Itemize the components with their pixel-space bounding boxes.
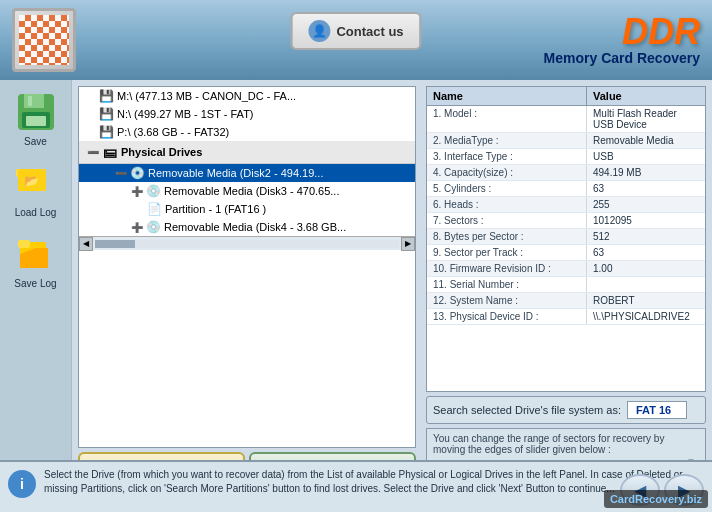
- load-log-icon: 📂: [14, 161, 58, 205]
- main-content: Save 📂 Load Log: [0, 80, 712, 512]
- tree-item-disk4[interactable]: ➕ 💿 Removable Media (Disk4 - 3.68 GB...: [79, 218, 415, 236]
- table-row: 2. MediaType :Removable Media: [427, 133, 705, 149]
- scroll-right-button[interactable]: ▶: [401, 237, 415, 251]
- prop-name: 5. Cylinders :: [427, 181, 587, 196]
- svg-rect-10: [18, 240, 30, 248]
- tree-item-m[interactable]: 💾 M:\ (477.13 MB - CANON_DC - FA...: [79, 87, 415, 105]
- save-log-icon: [14, 232, 58, 276]
- prop-name: 12. System Name :: [427, 293, 587, 308]
- table-row: 7. Sectors :1012095: [427, 213, 705, 229]
- svg-rect-2: [28, 96, 32, 106]
- physical-drives-label: Physical Drives: [121, 146, 202, 158]
- svg-text:📂: 📂: [24, 173, 39, 188]
- brand-name: DDR: [544, 14, 700, 50]
- table-row: 5. Cylinders :63: [427, 181, 705, 197]
- table-row: 10. Firmware Revision ID :1.00: [427, 261, 705, 277]
- prop-value: [587, 277, 705, 292]
- table-row: 4. Capacity(size) :494.19 MB: [427, 165, 705, 181]
- load-log-button[interactable]: 📂 Load Log: [6, 157, 66, 222]
- table-row: 11. Serial Number :: [427, 277, 705, 293]
- save-button[interactable]: Save: [6, 86, 66, 151]
- filesystem-row: Search selected Drive's file system as: …: [426, 396, 706, 424]
- prop-name: 2. MediaType :: [427, 133, 587, 148]
- prop-value: 255: [587, 197, 705, 212]
- prop-value: 494.19 MB: [587, 165, 705, 180]
- prop-name: 4. Capacity(size) :: [427, 165, 587, 180]
- properties-header: Name Value: [427, 87, 705, 106]
- prop-value: 63: [587, 245, 705, 260]
- header: 👤 Contact us DDR Memory Card Recovery: [0, 0, 712, 80]
- contact-icon: 👤: [308, 20, 330, 42]
- scroll-left-button[interactable]: ◀: [79, 237, 93, 251]
- header-value-col: Value: [587, 87, 705, 105]
- info-icon: i: [8, 470, 36, 498]
- filesystem-value: FAT 16: [627, 401, 687, 419]
- tree-item-n[interactable]: 💾 N:\ (499.27 MB - 1ST - FAT): [79, 105, 415, 123]
- prop-value: \\.\PHYSICALDRIVE2: [587, 309, 705, 324]
- contact-button[interactable]: 👤 Contact us: [290, 12, 421, 50]
- brand-subtitle: Memory Card Recovery: [544, 50, 700, 66]
- prop-name: 11. Serial Number :: [427, 277, 587, 292]
- svg-rect-1: [24, 94, 44, 108]
- prop-name: 7. Sectors :: [427, 213, 587, 228]
- scroll-track[interactable]: [95, 240, 399, 248]
- tree-horizontal-scrollbar[interactable]: ◀ ▶: [79, 236, 415, 250]
- load-log-label: Load Log: [15, 207, 57, 218]
- filesystem-label: Search selected Drive's file system as:: [433, 404, 621, 416]
- prop-value: USB: [587, 149, 705, 164]
- properties-table: Name Value 1. Model :Multi Flash Reader …: [426, 86, 706, 392]
- table-row: 6. Heads :255: [427, 197, 705, 213]
- hdd-icon: 🖴: [103, 144, 117, 160]
- save-log-label: Save Log: [14, 278, 56, 289]
- save-log-button[interactable]: Save Log: [6, 228, 66, 293]
- drives-tree[interactable]: 💾 M:\ (477.13 MB - CANON_DC - FA... 💾 N:…: [78, 86, 416, 448]
- prop-name: 10. Firmware Revision ID :: [427, 261, 587, 276]
- contact-label: Contact us: [336, 24, 403, 39]
- svg-rect-4: [26, 116, 46, 126]
- table-row: 13. Physical Device ID :\\.\PHYSICALDRIV…: [427, 309, 705, 325]
- prop-value: 1.00: [587, 261, 705, 276]
- physical-drives-header: ➖ 🖴 Physical Drives: [79, 141, 415, 164]
- tree-item-disk2[interactable]: ➖ 💿 Removable Media (Disk2 - 494.19...: [79, 164, 415, 182]
- prop-name: 13. Physical Device ID :: [427, 309, 587, 324]
- prop-name: 3. Interface Type :: [427, 149, 587, 164]
- sidebar: Save 📂 Load Log: [0, 80, 72, 512]
- prop-value: 512: [587, 229, 705, 244]
- save-icon: [14, 90, 58, 134]
- table-row: 1. Model :Multi Flash Reader USB Device: [427, 106, 705, 133]
- prop-name: 8. Bytes per Sector :: [427, 229, 587, 244]
- save-label: Save: [24, 136, 47, 147]
- header-name-col: Name: [427, 87, 587, 105]
- watermark: CardRecovery.biz: [604, 490, 708, 508]
- prop-value: ROBERT: [587, 293, 705, 308]
- prop-name: 1. Model :: [427, 106, 587, 132]
- properties-rows: 1. Model :Multi Flash Reader USB Device2…: [427, 106, 705, 325]
- prop-value: 63: [587, 181, 705, 196]
- table-row: 12. System Name :ROBERT: [427, 293, 705, 309]
- slider-hint: You can change the range of sectors for …: [433, 433, 699, 455]
- app-logo: [12, 8, 76, 72]
- prop-value: Multi Flash Reader USB Device: [587, 106, 705, 132]
- center-panel: 💾 M:\ (477.13 MB - CANON_DC - FA... 💾 N:…: [72, 80, 422, 512]
- prop-value: Removable Media: [587, 133, 705, 148]
- table-row: 3. Interface Type :USB: [427, 149, 705, 165]
- prop-name: 9. Sector per Track :: [427, 245, 587, 260]
- logo-checker-pattern: [19, 15, 69, 65]
- scroll-thumb[interactable]: [95, 240, 135, 248]
- tree-item-partition1[interactable]: 📄 Partition - 1 (FAT16 ): [79, 200, 415, 218]
- table-row: 8. Bytes per Sector :512: [427, 229, 705, 245]
- prop-name: 6. Heads :: [427, 197, 587, 212]
- right-panel: Name Value 1. Model :Multi Flash Reader …: [422, 80, 712, 512]
- tree-item-disk3[interactable]: ➕ 💿 Removable Media (Disk3 - 470.65...: [79, 182, 415, 200]
- tree-item-p[interactable]: 💾 P:\ (3.68 GB - - FAT32): [79, 123, 415, 141]
- table-row: 9. Sector per Track :63: [427, 245, 705, 261]
- brand-block: DDR Memory Card Recovery: [544, 14, 700, 66]
- prop-value: 1012095: [587, 213, 705, 228]
